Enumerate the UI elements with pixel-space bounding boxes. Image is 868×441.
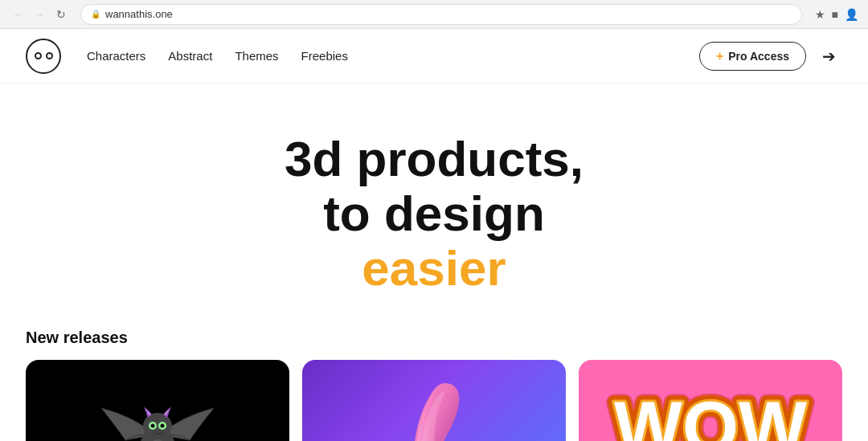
navbar: Characters Abstract Themes Freebies + Pr… — [0, 29, 868, 84]
logo-dots — [35, 52, 53, 59]
svg-point-1 — [143, 413, 172, 439]
logo-dot-right — [46, 52, 53, 59]
url-text: wannathis.one — [105, 8, 173, 20]
nav-themes[interactable]: Themes — [235, 49, 278, 63]
hero-line1: 3d products, — [285, 131, 583, 186]
new-releases-section: New releases — [0, 329, 868, 441]
plus-icon: + — [716, 49, 723, 63]
nav-freebies[interactable]: Freebies — [301, 49, 348, 63]
nav-links: Characters Abstract Themes Freebies — [87, 49, 699, 63]
browser-chrome: ← → ↻ 🔒 wannathis.one ★ ■ 👤 — [0, 0, 868, 29]
wow-svg: WOW WOW WOW — [598, 380, 823, 441]
back-button[interactable]: ← — [10, 6, 27, 22]
forward-button[interactable]: → — [31, 6, 48, 22]
address-bar[interactable]: 🔒 wannathis.one — [80, 4, 802, 25]
extensions-icon[interactable]: ■ — [832, 8, 838, 21]
bookmark-icon[interactable]: ★ — [815, 8, 825, 21]
logo-dot-left — [35, 52, 42, 59]
hero-section: 3d products, to design easier — [0, 84, 868, 329]
card-bat[interactable] — [26, 360, 289, 441]
profile-icon[interactable]: 👤 — [845, 8, 858, 21]
svg-point-9 — [161, 423, 165, 427]
lock-icon: 🔒 — [91, 10, 100, 18]
login-button[interactable]: ➔ — [816, 43, 842, 69]
bat-illustration — [26, 360, 289, 441]
browser-actions: ★ ■ 👤 — [815, 8, 858, 21]
abstract-svg — [386, 364, 482, 441]
wow-illustration: WOW WOW WOW — [579, 360, 842, 441]
nav-characters[interactable]: Characters — [87, 49, 145, 63]
pro-access-button[interactable]: + Pro Access — [699, 42, 806, 71]
card-abstract[interactable] — [302, 360, 566, 441]
section-title: New releases — [26, 329, 842, 347]
pro-access-label: Pro Access — [728, 50, 789, 63]
hero-title: 3d products, to design easier — [16, 132, 852, 296]
bat-svg — [93, 368, 222, 441]
refresh-button[interactable]: ↻ — [51, 6, 71, 22]
nav-abstract[interactable]: Abstract — [168, 49, 212, 63]
abstract-illustration — [302, 360, 566, 441]
svg-point-8 — [151, 423, 155, 427]
card-wow[interactable]: WOW WOW WOW — [579, 360, 842, 441]
nav-actions: + Pro Access ➔ — [699, 42, 842, 71]
hero-line2: to design — [323, 186, 545, 241]
hero-line3: easier — [362, 240, 506, 296]
browser-nav-arrows: ← → ↻ — [10, 6, 71, 22]
svg-text:WOW: WOW — [614, 387, 807, 441]
cards-grid: WOW WOW WOW — [26, 360, 842, 441]
logo[interactable] — [26, 39, 61, 74]
